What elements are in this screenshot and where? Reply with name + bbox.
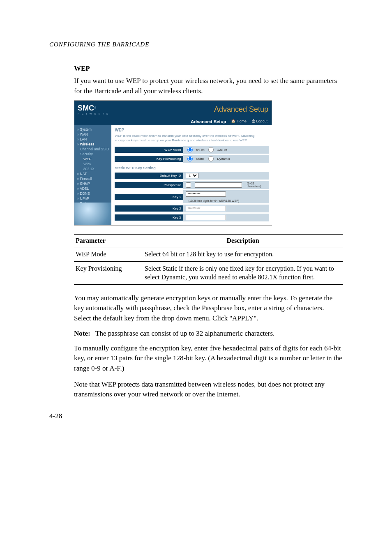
key-prov-static-text: Static	[196, 157, 204, 161]
main-panel: WEP WEP is the basic mechanism to transm…	[111, 125, 272, 225]
key3-input[interactable]	[186, 215, 226, 220]
table-row: WEP Mode Select 64 bit or 128 bit key to…	[74, 247, 343, 262]
table-row: Key Provisioning Select Static if there …	[74, 261, 343, 285]
cell-desc: Select 64 bit or 128 bit key to use for …	[143, 247, 343, 262]
panel-header: WEP	[115, 128, 269, 132]
key-prov-static-radio[interactable]	[187, 156, 193, 161]
wep-mode-64bit-text: 64-bit	[196, 148, 204, 152]
key2-input[interactable]	[186, 206, 226, 211]
wep-mode-64bit-radio[interactable]	[187, 147, 193, 152]
section-title: WEP	[74, 64, 343, 73]
key-prov-dynamic-radio[interactable]	[208, 156, 214, 161]
logo-tag: N E T W O R K S	[78, 113, 109, 115]
sidebar-item-system[interactable]: ○ System	[74, 127, 111, 132]
key-prov-dynamic-text: Dynamic	[217, 157, 230, 161]
sidebar: ○ System ○ WAN ○ LAN ○ Wireless Channel …	[74, 125, 111, 225]
parameter-table: Parameter Description WEP Mode Select 64…	[74, 234, 343, 285]
sidebar-item-wpa[interactable]: WPA	[74, 161, 111, 166]
cell-param: WEP Mode	[74, 247, 143, 262]
sidebar-item-ddns[interactable]: ○ DDNS	[74, 191, 111, 196]
note-block: Note: The passphrase can consist of up t…	[74, 329, 343, 338]
cell-desc: Select Static if there is only one fixed…	[143, 261, 343, 285]
paragraph-autogen: You may automatically generate encryptio…	[74, 293, 343, 324]
sidebar-item-firewall[interactable]: ○ Firewall	[74, 176, 111, 181]
intro-paragraph: If you want to use WEP to protect your w…	[74, 76, 343, 96]
advanced-setup-heading: Advanced Setup	[214, 105, 268, 114]
passphrase-input[interactable]	[195, 182, 242, 188]
home-link[interactable]: 🏠 Home	[231, 119, 247, 124]
passphrase-checkbox[interactable]	[186, 182, 191, 188]
static-wep-section: Static WEP Key Setting	[115, 166, 269, 170]
wep-mode-128bit-text: 128-bit	[217, 148, 227, 152]
paragraph-manual: To manually configure the encryption key…	[74, 343, 343, 374]
sidebar-item-upnp[interactable]: ○ UPnP	[74, 196, 111, 201]
sidebar-item-channel[interactable]: Channel and SSID	[74, 147, 111, 152]
sidebar-item-wireless[interactable]: ○ Wireless	[74, 142, 111, 147]
sidebar-item-lan[interactable]: ○ LAN	[74, 137, 111, 142]
paragraph-protect: Note that WEP protects data transmitted …	[74, 380, 343, 400]
sidebar-item-adsl[interactable]: ○ ADSL	[74, 186, 111, 191]
running-header: CONFIGURING THE BARRICADE	[49, 41, 343, 48]
sidebar-item-nat[interactable]: ○ NAT	[74, 171, 111, 176]
sidebar-item-snmp[interactable]: ○ SNMP	[74, 181, 111, 186]
panel-description: WEP is the basic mechanism to transmit y…	[115, 134, 269, 143]
th-parameter: Parameter	[74, 234, 143, 247]
default-key-id-select[interactable]: 1	[186, 173, 198, 178]
logout-link[interactable]: ⏻ Logout	[251, 119, 267, 124]
note-label: Note:	[74, 329, 90, 337]
smc-logo: SMC	[78, 104, 94, 112]
key1-input[interactable]	[186, 191, 226, 197]
sidebar-item-wan[interactable]: ○ WAN	[74, 132, 111, 137]
sidebar-item-8021x[interactable]: 802.1X	[74, 166, 111, 171]
key1-hint: (10/26 hex digits for 64-WEP/128-WEP)	[188, 199, 239, 202]
key-provisioning-label: Key Provisioning	[115, 156, 183, 162]
wep-mode-label: WEP Mode	[115, 147, 183, 153]
cell-param: Key Provisioning	[74, 261, 143, 285]
page-number: 4-28	[49, 412, 343, 420]
sidebar-item-wep[interactable]: WEP	[74, 157, 111, 161]
th-description: Description	[143, 234, 343, 247]
default-key-id-label: Default Key ID	[115, 173, 183, 179]
key1-label: Key 1	[115, 194, 183, 200]
sidebar-item-security[interactable]: Security	[74, 152, 111, 157]
key2-label: Key 2	[115, 205, 183, 212]
router-screenshot: SMC® N E T W O R K S Advanced Setup Adva…	[74, 100, 272, 226]
topbar-setup: Advanced Setup	[191, 119, 226, 124]
note-text: The passphrase can consist of up to 32 a…	[95, 329, 274, 337]
passphrase-label: Passphrase	[115, 182, 183, 188]
wep-mode-128bit-radio[interactable]	[208, 147, 214, 152]
key3-label: Key 3	[115, 214, 183, 221]
passphrase-hint: (1~32 characters)	[247, 182, 267, 188]
